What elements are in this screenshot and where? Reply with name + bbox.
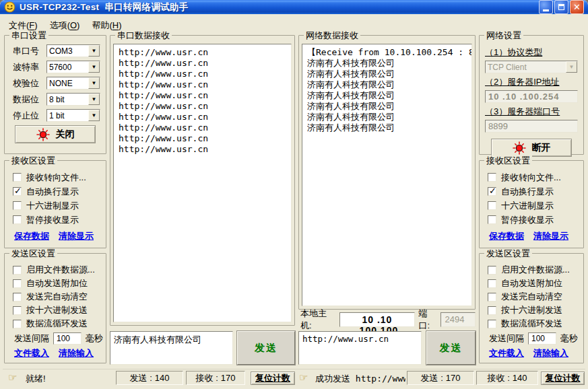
serial-field-row: 串口号COM3▼: [13, 44, 100, 57]
checkbox-box[interactable]: [13, 173, 22, 182]
local-port-value: 2494: [440, 312, 476, 327]
checkbox-label: 接收转向文件...: [501, 172, 561, 184]
title-bar[interactable]: USR-TCP232-Test 串口转网络调试助手 ✕: [0, 0, 588, 14]
menu-item[interactable]: 选项(O): [44, 19, 86, 32]
link[interactable]: 保存数据: [489, 230, 524, 242]
checkbox-box[interactable]: [488, 201, 496, 210]
link[interactable]: 清除显示: [533, 230, 568, 242]
checkbox-row[interactable]: 发送完自动清空: [488, 290, 583, 304]
checkbox-row[interactable]: 按十六进制发送: [13, 304, 106, 317]
status-hand-icon: ☞: [299, 372, 308, 384]
checkbox-box[interactable]: [13, 215, 22, 224]
network-reset-count-button[interactable]: 复位计数: [541, 372, 585, 385]
checkbox-row[interactable]: 发送完自动清空: [13, 290, 106, 304]
checkbox-row[interactable]: 按十六进制发送: [488, 304, 583, 317]
checkbox-box[interactable]: [488, 279, 496, 288]
checkbox-box[interactable]: [488, 173, 496, 182]
window-title: USR-TCP232-Test 串口转网络调试助手: [20, 1, 189, 13]
combo-box[interactable]: 8 bit▼: [46, 93, 100, 106]
data-line: http://www.usr.cn: [119, 47, 286, 58]
checkbox-box[interactable]: [488, 215, 496, 224]
checkbox-box[interactable]: [488, 293, 496, 302]
data-line: 济南有人科技有限公司: [307, 112, 467, 122]
sent-label: 发送 :: [421, 372, 443, 384]
combo-box[interactable]: COM3▼: [46, 44, 100, 57]
local-host-value: 10 .10 .100.100: [339, 312, 414, 327]
checkbox-row[interactable]: 暂停接收显示: [488, 213, 583, 227]
serial-field-row: 校验位NONE▼: [13, 77, 100, 90]
checkbox-box[interactable]: [13, 320, 22, 328]
serial-send-button[interactable]: 发送: [237, 331, 295, 365]
local-host-label: 本地主机:: [300, 308, 335, 332]
link[interactable]: 文件载入: [489, 347, 524, 359]
combo-box[interactable]: 57600▼: [46, 61, 100, 73]
network-disconnect-button[interactable]: 断开: [491, 139, 572, 157]
serial-data-group: 串口数据接收 http://www.usr.cnhttp://www.usr.c…: [110, 35, 295, 326]
checkbox-box[interactable]: [13, 293, 22, 302]
checkbox-label: 数据流循环发送: [501, 318, 562, 330]
send-interval-unit: 毫秒: [560, 332, 578, 345]
checkbox-box[interactable]: [13, 201, 22, 210]
checkbox-row[interactable]: 启用文件数据源...: [13, 263, 106, 277]
checkbox-row[interactable]: 十六进制显示: [13, 199, 106, 213]
field-label: 波特率: [13, 61, 46, 73]
serial-close-button[interactable]: 关闭: [15, 125, 96, 143]
checkbox-row[interactable]: 自动换行显示: [13, 184, 106, 199]
combo-value: 1 bit: [47, 110, 88, 121]
checkbox-box[interactable]: [13, 306, 22, 315]
combo-box[interactable]: NONE▼: [46, 77, 100, 90]
network-send-input[interactable]: http://www.usr.cn: [298, 331, 422, 365]
maximize-button[interactable]: [554, 0, 568, 14]
checkbox-box[interactable]: [488, 187, 496, 196]
checkbox-box[interactable]: [13, 266, 22, 275]
serial-recv-settings-group: 接收区设置 接收转向文件...自动换行显示十六进制显示暂停接收显示 保存数据清除…: [4, 160, 106, 248]
network-receive-area[interactable]: 【Receive from 10.10.100.254 : 8899】:济南有人…: [302, 44, 472, 306]
checkbox-label: 自动发送附加位: [501, 277, 562, 289]
link[interactable]: 清除显示: [59, 230, 94, 242]
data-line: http://www.usr.cn: [119, 144, 286, 155]
combo-value: 57600: [47, 61, 88, 73]
link[interactable]: 清除输入: [59, 347, 94, 359]
checkbox-row[interactable]: 自动发送附加位: [488, 277, 583, 290]
serial-receive-area[interactable]: http://www.usr.cnhttp://www.usr.cnhttp:/…: [113, 44, 292, 322]
checkbox-row[interactable]: 接收转向文件...: [488, 170, 583, 184]
checkbox-box[interactable]: [488, 306, 496, 315]
field-label: 串口号: [13, 45, 46, 57]
checkbox-box[interactable]: [13, 279, 22, 288]
recv-value: 140: [513, 373, 527, 383]
protocol-type-combo[interactable]: TCP Client ▼: [485, 61, 578, 73]
protocol-type-label: （1）协议类型: [485, 46, 583, 59]
status-hand-icon: ☞: [8, 372, 17, 384]
network-recv-settings-group: 接收区设置 接收转向文件...自动换行显示十六进制显示暂停接收显示 保存数据清除…: [479, 160, 584, 248]
checkbox-row[interactable]: 暂停接收显示: [13, 213, 106, 227]
serial-reset-count-button[interactable]: 复位计数: [251, 372, 295, 385]
checkbox-box[interactable]: [488, 266, 496, 275]
checkbox-row[interactable]: 自动发送附加位: [13, 277, 106, 290]
combo-box[interactable]: 1 bit▼: [46, 109, 100, 122]
minimize-button[interactable]: [539, 0, 553, 14]
checkbox-row[interactable]: 数据流循环发送: [488, 317, 583, 330]
close-button[interactable]: ✕: [570, 0, 584, 14]
serial-field-row: 波特率57600▼: [13, 61, 100, 73]
send-interval-input[interactable]: 100: [53, 332, 81, 345]
checkbox-row[interactable]: 自动换行显示: [488, 184, 583, 199]
network-send-button[interactable]: 发送: [426, 331, 476, 365]
checkbox-row[interactable]: 启用文件数据源...: [488, 263, 583, 277]
checkbox-row[interactable]: 接收转向文件...: [13, 170, 106, 184]
checkbox-box[interactable]: [13, 187, 22, 196]
link[interactable]: 保存数据: [14, 230, 49, 242]
chevron-down-icon: ▼: [566, 61, 577, 73]
checkbox-label: 数据流循环发送: [26, 318, 88, 330]
serial-send-input[interactable]: 济南有人科技有限公司: [110, 331, 233, 365]
link[interactable]: 清除输入: [533, 347, 568, 359]
checkbox-row[interactable]: 数据流循环发送: [13, 317, 106, 330]
data-line: 济南有人科技有限公司: [307, 79, 467, 90]
link[interactable]: 文件载入: [14, 347, 49, 359]
server-ip-input[interactable]: 10 .10 .100.254: [485, 90, 578, 103]
checkbox-row[interactable]: 十六进制显示: [488, 199, 583, 213]
group-title: 网络数据接收: [304, 30, 360, 40]
send-interval-input[interactable]: 100: [528, 332, 556, 345]
checkbox-box[interactable]: [488, 320, 496, 328]
network-data-group: 网络数据接收 【Receive from 10.10.100.254 : 889…: [298, 35, 476, 310]
server-port-input[interactable]: 8899: [485, 120, 578, 133]
